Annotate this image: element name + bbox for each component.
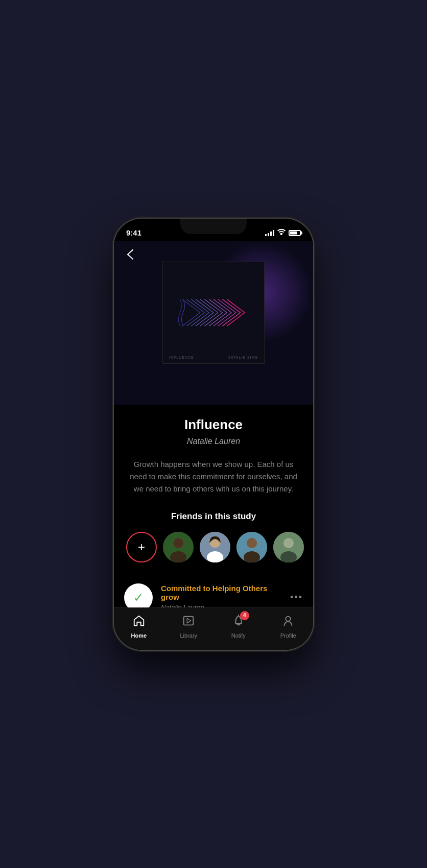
tab-library-label: Library — [180, 632, 197, 639]
committed-info: Committed to Helping Others grow Natalie… — [161, 584, 282, 607]
tab-notify[interactable]: 4 Notify — [221, 614, 256, 639]
friends-section-title: Friends in this study — [124, 511, 303, 522]
tab-home[interactable]: Home — [121, 614, 157, 639]
album-label-left: INFLUENCE — [169, 356, 194, 359]
tab-profile-label: Profile — [280, 632, 296, 639]
tab-library[interactable]: Library — [171, 614, 206, 639]
notify-badge: 4 — [240, 611, 249, 620]
svg-point-14 — [283, 538, 294, 548]
album-labels: INFLUENCE NATALIE SIMS — [163, 356, 264, 359]
tab-profile[interactable]: Profile — [270, 614, 306, 639]
back-button[interactable] — [123, 247, 137, 265]
svg-marker-16 — [187, 618, 191, 623]
committed-author: Natalie Lauren — [161, 603, 282, 607]
notch — [180, 219, 247, 234]
checkmark-icon: ✓ — [133, 591, 144, 605]
album-author: Natalie Lauren — [124, 437, 303, 446]
friend-avatar-3[interactable] — [236, 532, 267, 562]
friend-avatar-1[interactable] — [163, 532, 194, 562]
scrollable-content[interactable]: Influence Natalie Lauren Growth happens … — [114, 405, 313, 607]
battery-icon — [289, 230, 301, 236]
tab-home-label: Home — [131, 632, 147, 639]
album-title: Influence — [124, 417, 303, 433]
notify-icon-wrapper: 4 — [232, 614, 245, 630]
library-icon — [182, 614, 195, 630]
album-label-right: NATALIE SIMS — [228, 356, 258, 359]
committed-title: Committed to Helping Others grow — [161, 584, 282, 601]
album-art: INFLUENCE NATALIE SIMS — [162, 262, 265, 364]
add-friend-plus-icon: + — [138, 541, 145, 553]
friend-avatar-2[interactable] — [200, 532, 230, 562]
tab-notify-label: Notify — [231, 632, 246, 639]
album-chevron-art — [178, 292, 249, 333]
committed-check-icon: ✓ — [124, 583, 153, 607]
album-description: Growth happens when we show up. Each of … — [124, 458, 303, 495]
svg-point-10 — [247, 538, 257, 548]
friends-list: + — [124, 532, 303, 562]
phone-frame: 9:41 — [114, 219, 313, 650]
add-friend-button[interactable]: + — [126, 532, 157, 562]
more-options-icon[interactable]: ••• — [290, 592, 303, 603]
svg-point-18 — [286, 616, 291, 621]
tab-bar: Home Library — [114, 607, 313, 650]
wifi-icon — [277, 229, 286, 237]
friend-avatar-4[interactable] — [273, 532, 304, 562]
committed-card[interactable]: ✓ Committed to Helping Others grow Natal… — [124, 575, 303, 607]
content-body: Influence Natalie Lauren Growth happens … — [114, 405, 313, 607]
home-icon — [132, 614, 146, 630]
battery-fill — [290, 231, 297, 234]
signal-bars-icon — [265, 230, 274, 236]
svg-point-3 — [173, 538, 183, 548]
svg-rect-15 — [184, 616, 194, 625]
hero-section: INFLUENCE NATALIE SIMS — [114, 241, 313, 405]
app-content: INFLUENCE NATALIE SIMS Influence Natalie… — [114, 241, 313, 650]
profile-icon — [281, 614, 295, 630]
status-icons — [265, 229, 301, 237]
friends-section: Friends in this study + — [124, 511, 303, 562]
status-time: 9:41 — [126, 228, 141, 237]
